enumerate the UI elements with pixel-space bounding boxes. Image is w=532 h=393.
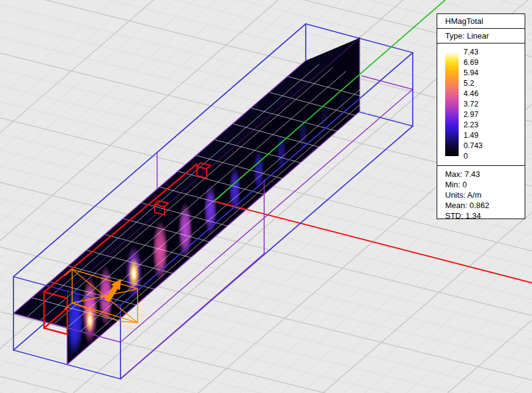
legend-stat-line: Mean: 0.862 [445, 200, 525, 211]
colorbar-tick-label: 0.743 [464, 141, 519, 151]
colorbar-tick-label: 0 [464, 152, 519, 161]
colorbar-tick-label: 7.43 [464, 48, 519, 57]
legend-stat-line: Min: 0 [445, 179, 525, 190]
colorbar-tick-label: 5.2 [464, 79, 519, 88]
legend-stat-line: Units: A/m [445, 190, 525, 200]
legend-scale-type: Type: Linear [437, 29, 525, 43]
colorbar-tick-label: 2.97 [464, 110, 519, 119]
legend-stats: Max: 7.43Min: 0Units: A/mMean: 0.862STD:… [437, 165, 525, 221]
legend-stat-line: Max: 7.43 [445, 169, 525, 179]
colorbar-tick-label: 6.69 [464, 58, 519, 67]
colorbar-tick-label: 2.23 [464, 121, 519, 130]
colorbar-tick-label: 5.94 [464, 69, 519, 78]
colorbar-gradient [445, 52, 459, 156]
legend-title: HMagTotal [437, 14, 525, 29]
colorbar-tick-label: 3.72 [464, 100, 519, 109]
field-legend-panel: HMagTotal Type: Linear 7.436.695.945.24.… [437, 13, 525, 219]
colorbar-tick-label: 1.49 [464, 131, 519, 140]
legend-stat-line: STD: 1.34 [445, 211, 525, 221]
colorbar-tick-label: 4.46 [464, 89, 519, 99]
application-viewport: HMagTotal Type: Linear 7.436.695.945.24.… [0, 0, 532, 393]
legend-colorbar-area: 7.436.695.945.24.463.722.972.231.490.743… [437, 43, 525, 165]
